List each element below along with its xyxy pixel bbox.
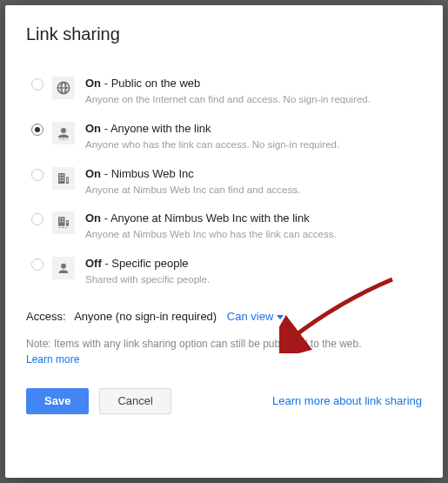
option-title: Off - Specific people: [85, 257, 422, 272]
option-title: On - Public on the web: [85, 77, 422, 91]
dialog-title: Link sharing: [26, 24, 422, 44]
option-desc: Anyone who has the link can access. No s…: [85, 138, 422, 151]
radio-button[interactable]: [31, 258, 43, 271]
sharing-options: On - Public on the web Anyone on the Int…: [26, 69, 422, 294]
learn-more-note-link[interactable]: Learn more: [26, 353, 79, 366]
radio-button[interactable]: [31, 124, 43, 136]
dialog-footer: Save Cancel Learn more about link sharin…: [26, 388, 422, 414]
option-title: On - Anyone with the link: [85, 122, 422, 137]
option-organization[interactable]: On - Nimbus Web Inc Anyone at Nimbus Web…: [26, 159, 422, 205]
note-text: Note: Items with any link sharing option…: [26, 337, 422, 352]
radio-button[interactable]: [31, 169, 43, 181]
access-value: Anyone (no sign-in required): [74, 310, 217, 323]
access-permission-dropdown[interactable]: Can view: [227, 310, 284, 323]
globe-icon: [52, 77, 75, 99]
option-anyone-with-link[interactable]: On - Anyone with the link Anyone who has…: [26, 114, 422, 159]
save-button[interactable]: Save: [26, 388, 89, 414]
radio-button[interactable]: [31, 213, 43, 225]
person-icon: [52, 257, 75, 279]
option-specific-people[interactable]: Off - Specific people Shared with specif…: [26, 249, 422, 294]
chevron-down-icon: [277, 315, 284, 319]
access-label: Access:: [26, 310, 66, 323]
building-icon: [52, 167, 75, 190]
option-desc: Anyone at Nimbus Web Inc can find and ac…: [85, 184, 422, 197]
option-organization-with-link[interactable]: On - Anyone at Nimbus Web Inc with the l…: [26, 204, 422, 249]
option-desc: Anyone on the Internet can find and acce…: [85, 93, 422, 106]
link-sharing-dialog: Link sharing On - Public on the web Anyo…: [5, 5, 443, 478]
option-public-on-web[interactable]: On - Public on the web Anyone on the Int…: [26, 69, 422, 114]
option-title: On - Nimbus Web Inc: [85, 167, 422, 182]
learn-more-link[interactable]: Learn more about link sharing: [272, 394, 422, 407]
building-link-icon: [52, 211, 75, 234]
cancel-button[interactable]: Cancel: [99, 388, 171, 414]
person-link-icon: [52, 122, 75, 144]
option-desc: Shared with specific people.: [85, 273, 422, 286]
radio-button[interactable]: [31, 78, 43, 91]
access-row: Access: Anyone (no sign-in required) Can…: [26, 310, 422, 323]
option-desc: Anyone at Nimbus Web Inc who has the lin…: [85, 228, 422, 241]
option-title: On - Anyone at Nimbus Web Inc with the l…: [85, 211, 422, 226]
